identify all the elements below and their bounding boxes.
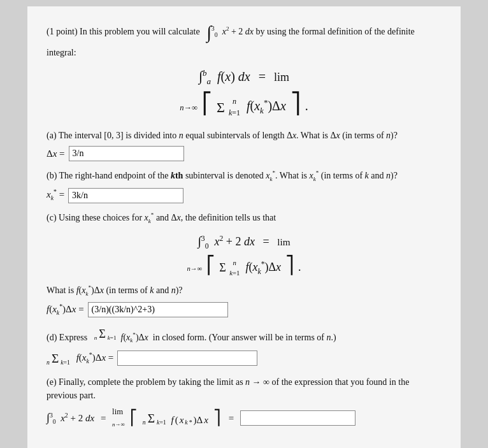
- part-e-answer-row: ∫30 x2 + 2 dx = limn→∞ ⎡ n Σ k=1 f(xk*)Δ…: [47, 406, 441, 430]
- part-b-prefix: xk* =: [47, 187, 64, 203]
- part-d-answer-row: n Σ k=1 f(xk*)Δx =: [47, 349, 441, 368]
- part-b-input[interactable]: [68, 188, 183, 203]
- part-e-lim: limn→∞: [112, 406, 125, 430]
- part-e-label: (e) Finally, complete the problem by tak…: [47, 375, 441, 402]
- part-b: (b) The right-hand endpoint of the kth s…: [47, 169, 441, 203]
- part-e: (e) Finally, complete the problem by tak…: [47, 375, 441, 430]
- part-a-prefix: Δx =: [47, 147, 65, 161]
- definition-formula: ∫ba f(x) dx = limn→∞ ⎡ Σ n k=1 f(xk*)Δx …: [47, 66, 441, 119]
- part-e-open-bracket: ⎡: [130, 407, 138, 429]
- part-d-sigma: n Σ k=1: [47, 349, 70, 368]
- part-c-label: (c) Using these choices for xk* and Δx, …: [47, 211, 441, 226]
- part-c-answer-row: f(xk*)Δx =: [47, 302, 441, 318]
- intro-label: (1 point) In this problem you will calcu…: [47, 27, 200, 36]
- what-is-label: What is: [47, 285, 74, 295]
- integral-symbol: ∫: [206, 22, 212, 42]
- part-e-integral: ∫30 x2 + 2 dx: [47, 409, 94, 427]
- part-d-label: (d) Express n Σ k=1 f(xk*)Δx in closed f…: [47, 326, 441, 345]
- main-content: (1 point) In this problem you will calcu…: [27, 6, 461, 448]
- part-e-input[interactable]: [240, 410, 355, 426]
- part-a-answer-row: Δx =: [47, 146, 441, 161]
- part-d-prefix: f(xk*)Δx =: [74, 350, 113, 366]
- part-e-equals2: =: [226, 411, 236, 426]
- part-e-close-bracket: ⎤: [213, 407, 221, 429]
- what-is-line: What is f(xk*)Δx (in terms of k and n)?: [47, 284, 441, 298]
- part-c-formula: ∫30 x2 + 2 dx = limn→∞ ⎡ Σ n k=1 f(xk*)Δ…: [47, 232, 441, 278]
- part-c-prefix: f(xk*)Δx =: [47, 302, 84, 318]
- part-d: (d) Express n Σ k=1 f(xk*)Δx in closed f…: [47, 326, 441, 368]
- part-a-label: (a) The interval [0, 3] is divided into …: [47, 129, 441, 142]
- part-a: (a) The interval [0, 3] is divided into …: [47, 129, 441, 161]
- part-b-answer-row: xk* =: [47, 187, 441, 203]
- part-a-input[interactable]: [69, 146, 184, 161]
- intro-text: (1 point) In this problem you will calcu…: [47, 19, 441, 59]
- part-c-input[interactable]: [88, 302, 228, 317]
- part-c: (c) Using these choices for xk* and Δx, …: [47, 211, 441, 318]
- part-e-equals: =: [98, 411, 108, 426]
- part-d-input[interactable]: [117, 350, 257, 366]
- part-b-label: (b) The right-hand endpoint of the kth s…: [47, 169, 441, 184]
- part-e-sum: n Σ k=1 f(xk*)Δx: [143, 409, 208, 428]
